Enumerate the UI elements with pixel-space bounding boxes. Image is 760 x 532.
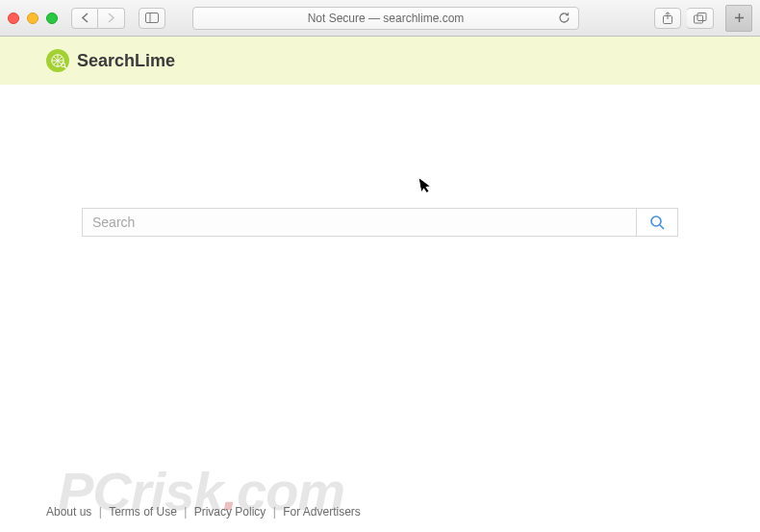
brand-header: SearchLime xyxy=(0,37,760,85)
sidebar-toggle-button[interactable] xyxy=(139,8,165,29)
forward-button[interactable] xyxy=(98,8,125,29)
back-button[interactable] xyxy=(71,8,98,29)
search-button[interactable] xyxy=(636,208,678,237)
nav-back-forward-group xyxy=(71,8,125,29)
svg-rect-3 xyxy=(694,15,702,23)
svg-rect-0 xyxy=(146,13,159,23)
svg-line-12 xyxy=(64,66,66,68)
svg-line-14 xyxy=(660,225,664,229)
search-icon xyxy=(649,215,665,230)
close-window-button[interactable] xyxy=(8,13,19,24)
share-button[interactable] xyxy=(654,8,681,29)
footer-link-advertisers[interactable]: For Advertisers xyxy=(283,505,361,519)
footer-link-terms[interactable]: Terms of Use xyxy=(109,505,177,519)
maximize-window-button[interactable] xyxy=(46,13,58,24)
page-content: SearchLime PCrisk.com About us | Terms o… xyxy=(0,37,760,532)
window-controls xyxy=(8,13,58,24)
lime-icon xyxy=(46,49,69,72)
footer-link-about[interactable]: About us xyxy=(46,505,91,519)
svg-point-13 xyxy=(651,216,661,226)
address-bar[interactable]: Not Secure — searchlime.com xyxy=(192,7,579,30)
footer-separator: | xyxy=(181,505,190,519)
minimize-window-button[interactable] xyxy=(27,13,38,24)
toolbar-right-group xyxy=(654,8,714,29)
address-text: Not Secure — searchlime.com xyxy=(308,12,465,25)
new-tab-button[interactable] xyxy=(725,5,752,32)
logo[interactable]: SearchLime xyxy=(46,49,175,72)
search-form xyxy=(82,208,678,237)
reload-icon[interactable] xyxy=(558,12,570,24)
footer-separator: | xyxy=(95,505,105,519)
logo-text: SearchLime xyxy=(77,51,175,71)
tabs-button[interactable] xyxy=(687,8,714,29)
mouse-cursor-icon xyxy=(419,176,434,195)
footer-separator: | xyxy=(269,505,279,519)
search-area xyxy=(0,208,760,237)
svg-rect-4 xyxy=(697,13,706,20)
footer-link-privacy[interactable]: Privacy Policy xyxy=(194,505,266,519)
browser-toolbar: Not Secure — searchlime.com xyxy=(0,0,760,37)
footer-links: About us | Terms of Use | Privacy Policy… xyxy=(46,505,361,519)
search-input[interactable] xyxy=(82,208,636,237)
